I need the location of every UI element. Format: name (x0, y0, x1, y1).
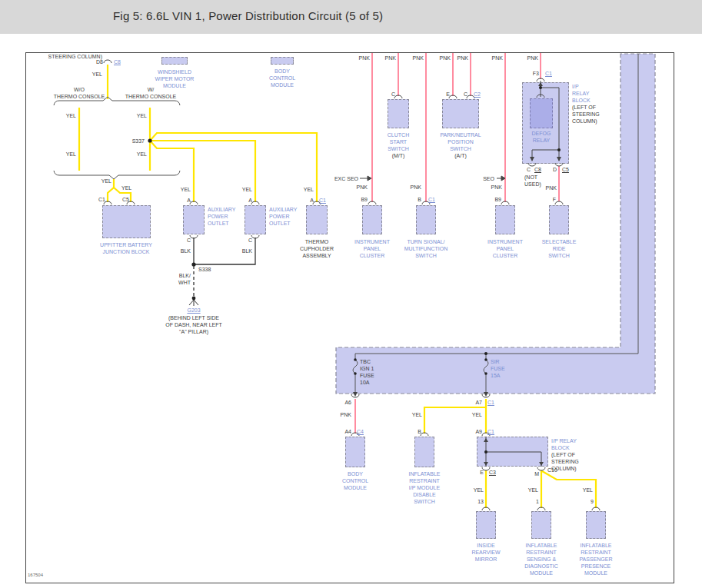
pin-e-pnp: E (446, 91, 450, 98)
component-ip-relay-block-top: I/P RELAY BLOCK (572, 83, 591, 104)
yellow-wires (79, 65, 596, 508)
connector-link-c1-thermo[interactable]: C1 (319, 197, 326, 204)
pin-13-mirror: 13 (477, 498, 484, 505)
pin-c-aux2: C (248, 237, 252, 244)
wire-label-blk: BLK (242, 247, 252, 254)
wire-label-yel: YEL (137, 112, 147, 119)
component-selectable-ride-switch: SELECTABLE RIDE SWITCH (542, 238, 577, 259)
note-not-used: (NOT USED) (524, 174, 541, 188)
wire-label-yel: YEL (472, 411, 482, 418)
wire-label-pnk: PNK (359, 55, 370, 61)
connector-link-c5-relay1[interactable]: C5 (562, 166, 569, 173)
splice-s338 (191, 262, 195, 266)
note-left-of-steering-column-top: (LEFT OF STEERING COLUMN) (572, 104, 600, 125)
component-turn-signal-multifunction-switch: TURN SIGNAL/ MULTIFUNCTION SWITCH (404, 238, 448, 259)
pin-1-sdm: 1 (536, 498, 539, 505)
connector-link-c1-bus[interactable]: C1 (487, 399, 494, 406)
note-seo: SEO (483, 175, 494, 182)
pin-f3-relay1: F3 (533, 70, 539, 77)
wire-label-yel: YEL (137, 151, 147, 158)
pin-c-clutch: C (391, 91, 395, 98)
wire-label-yel: YEL (304, 186, 314, 193)
pin-a-aux1: A (187, 197, 191, 204)
component-defog-relay: DEFOG RELAY (532, 130, 551, 144)
wire-label-pnk: PNK (411, 184, 421, 191)
pin-c1-upfitter: C1 (98, 196, 105, 203)
thermo-console-braces (54, 97, 180, 179)
component-park-neutral-position-switch: PARK/NEUTRAL POSITION SWITCH (440, 131, 481, 152)
connector-link-c1-turn-signal[interactable]: C1 (428, 196, 435, 203)
wire-label-yel: YEL (181, 186, 191, 193)
ground-symbol-g203 (189, 297, 198, 306)
fuse-sir: SIR FUSE 15A (491, 358, 505, 379)
connector-link-c8-relay1[interactable]: C8 (534, 166, 541, 173)
connector-link-c1-relay2[interactable]: C1 (487, 428, 494, 435)
pin-m-relay2: M (534, 470, 539, 477)
pin-f-ride-switch: F (553, 196, 556, 203)
pin-a-aux2: A (248, 197, 252, 204)
wire-label-yel: YEL (583, 487, 593, 493)
connector-link-c1-relay1[interactable]: C1 (545, 70, 552, 77)
pin-c-aux1: C (187, 237, 191, 244)
wire-label-yel: YEL (101, 178, 111, 184)
pin-a-thermo: A (310, 197, 314, 204)
connector-c10-relay2: C10 (547, 467, 557, 473)
ground-location-g203: (BEHIND LEFT SIDE OF DASH, NEAR LEFT "A"… (165, 314, 222, 335)
wire-label-pnk: PNK (341, 411, 351, 418)
pin-b9-ipc1: B9 (361, 196, 368, 203)
component-body-control-module-bottom: BODY CONTROL MODULE (342, 470, 368, 491)
wire-label-yel: YEL (528, 487, 538, 493)
sheet-number: 167504 (28, 572, 43, 579)
relay1-internal-wires (532, 81, 559, 161)
splice-s337 (148, 138, 151, 142)
pin-c5-upfitter: C5 (122, 196, 129, 203)
wire-label-yel: YEL (121, 184, 131, 191)
wire-s337-to-thermo (150, 133, 317, 202)
component-instrument-panel-cluster-1: INSTRUMENT PANEL CLUSTER (354, 238, 390, 259)
pin-c-pnp: C (464, 91, 467, 98)
component-upfitter-battery-junction-block: UPFITTER BATTERY JUNCTION BLOCK (100, 241, 152, 255)
ground-label-g203[interactable]: G203 (187, 307, 200, 314)
component-clutch-start-switch: CLUTCH START SWITCH (388, 131, 409, 152)
connector-link-c8-top[interactable]: C8 (114, 58, 121, 65)
wire-label-pnk: PNK (385, 55, 396, 61)
pin-b-disable-switch: B (418, 428, 421, 435)
component-auxiliary-power-outlet-1: AUXILIARY POWER OUTLET (208, 206, 235, 227)
connector-link-c4-bcm[interactable]: C4 (357, 428, 364, 435)
wire-label-yel: YEL (242, 186, 252, 193)
pin-b9-ipc2: B9 (494, 196, 501, 203)
wire-label-yel: YEL (412, 411, 422, 418)
splice-label-s338: S338 (198, 266, 211, 273)
pin-a7-bus: A7 (475, 399, 482, 406)
connector-link-c3-relay2[interactable]: C3 (489, 469, 496, 476)
component-thermo-cupholder-assembly: THERMO CUPHOLDER ASSEMBLY (300, 238, 334, 259)
pin-d8: D8 (96, 58, 103, 65)
component-ip-relay-block-bottom: I/P RELAY BLOCK (551, 437, 577, 451)
splice-label-s337: S337 (132, 138, 145, 145)
note-mt: (M/T) (392, 152, 405, 159)
connector-link-c2-pnp[interactable]: C2 (474, 91, 481, 98)
wire-label-yel: YEL (66, 151, 76, 158)
pin-a4-bcm: A4 (344, 428, 351, 435)
wire-label-yel: YEL (474, 487, 484, 493)
exc-seo-arrow (368, 176, 371, 181)
wire-label-yel: YEL (66, 112, 76, 119)
wire-s337-to-aux1 (150, 141, 194, 202)
pin-b-turn-signal: B (418, 196, 421, 203)
pin-a6-bus: A6 (344, 399, 351, 406)
wire-s337-to-aux2 (150, 141, 255, 202)
component-ir-passenger-presence-module: INFLATABLE RESTRAINT PASSENGER PRESENCE … (579, 542, 612, 576)
pin-c-relay1: C (527, 166, 531, 173)
pin-9-ppm: 9 (591, 498, 594, 505)
power-bus-band (336, 54, 655, 394)
wire-label-blk-wht: BLK/ WHT (178, 272, 191, 286)
wire-label-pnk: PNK (527, 55, 538, 61)
wire-label-pnk: PNK (491, 184, 502, 191)
note-at: (A/T) (454, 152, 467, 159)
note-exc-seo: EXC SEO (334, 175, 358, 182)
pin-e-relay2: E (480, 469, 484, 476)
component-ir-sensing-diagnostic-module: INFLATABLE RESTRAINT SENSING & DIAGNOSTI… (524, 542, 558, 576)
wire-label-pnk: PNK (440, 55, 451, 61)
branch-wo-thermo-console: W/O THERMO CONSOLE (54, 86, 105, 100)
wire-label-pnk: PNK (492, 55, 503, 61)
